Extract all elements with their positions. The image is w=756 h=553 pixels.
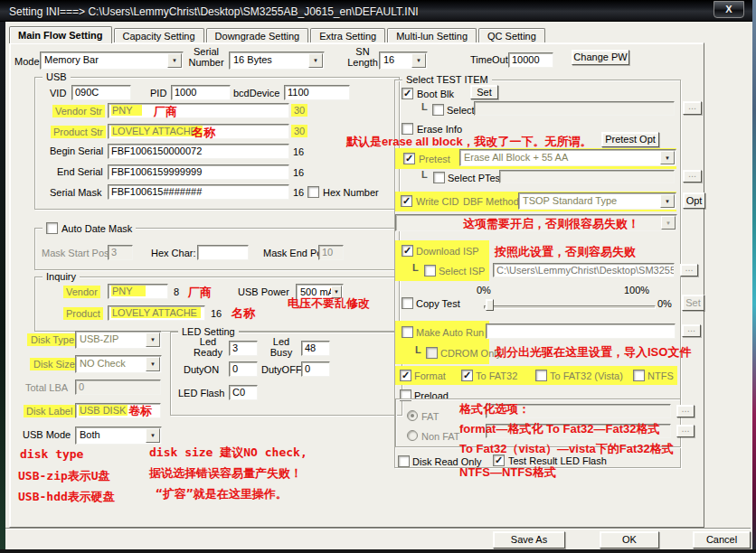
- mode-combobox[interactable]: Memory Bar▼: [40, 52, 184, 70]
- boot-blk-set-button[interactable]: Set: [470, 85, 498, 99]
- dropdown-arrow-icon[interactable]: ▼: [167, 53, 182, 68]
- sn-length-value: 16: [383, 54, 394, 65]
- tab-main-flow-setting[interactable]: Main Flow Setting: [9, 26, 112, 43]
- pretest-combobox[interactable]: Erase All Block + 55 AA▼: [459, 149, 676, 166]
- change-pw-button[interactable]: Change PW: [572, 50, 629, 65]
- mask-start-pos-input[interactable]: 3: [108, 245, 133, 260]
- disk-label-value: USB DISK: [79, 405, 128, 416]
- select-ptest-browse-button[interactable]: ...: [683, 170, 702, 183]
- preload-browse-button-2[interactable]: ...: [676, 425, 695, 437]
- usb-mode-combobox[interactable]: Both▼: [75, 426, 162, 445]
- inquiry-vendor-input[interactable]: PNY: [108, 284, 168, 299]
- dutyoff-input[interactable]: 0: [301, 361, 330, 377]
- led-ready-label: LedReady: [188, 336, 228, 358]
- pretest-opt-button[interactable]: Pretest Opt: [601, 132, 659, 147]
- serial-number-label: SerialNumber: [185, 46, 227, 68]
- inquiry-product-input[interactable]: LOVELY ATTACHE: [108, 305, 205, 321]
- total-lba-label: Total LBA: [25, 382, 68, 393]
- select-ptest-input[interactable]: [499, 170, 675, 183]
- copy-test-slider-track[interactable]: [484, 305, 656, 309]
- download-isp-checkbox[interactable]: [402, 245, 413, 257]
- close-button[interactable]: X: [713, 1, 744, 18]
- opt-button[interactable]: Opt: [683, 192, 705, 209]
- led-busy-label: LedBusy: [262, 336, 300, 358]
- bcddevice-label: bcdDevice: [233, 88, 279, 98]
- note-usb-zip: USB-zip表示U盘: [18, 468, 110, 484]
- select-isp-path-input[interactable]: C:\Users\LemmyChrist\Desktop\SM3255A: [493, 263, 675, 277]
- copy-test-checkbox[interactable]: [402, 297, 413, 309]
- make-auto-run-checkbox[interactable]: [402, 326, 413, 338]
- test-result-led-flash-checkbox[interactable]: [493, 455, 505, 466]
- to-fat32-vista-checkbox[interactable]: [535, 370, 547, 381]
- select-isp-browse-button[interactable]: ...: [680, 264, 698, 276]
- format-checkbox[interactable]: [400, 370, 411, 381]
- pretest-checkbox[interactable]: [403, 153, 415, 164]
- fat-radio[interactable]: [407, 410, 418, 421]
- dropdown-arrow-icon[interactable]: ▼: [411, 53, 426, 68]
- usb-power-label: USB Power: [238, 286, 289, 297]
- hex-char-input[interactable]: [197, 245, 249, 260]
- dropdown-arrow-icon[interactable]: ▼: [660, 151, 675, 164]
- pid-input[interactable]: 1000: [171, 85, 231, 100]
- dropdown-arrow-icon[interactable]: ▼: [146, 428, 160, 443]
- select-ptest-checkbox[interactable]: [433, 172, 445, 183]
- write-cid-checkbox[interactable]: [401, 195, 412, 207]
- dropdown-arrow-icon[interactable]: ▼: [146, 357, 160, 371]
- tab-extra-setting[interactable]: Extra Setting: [310, 28, 385, 43]
- fat-label: FAT: [421, 411, 439, 422]
- dropdown-arrow-icon[interactable]: ▼: [308, 53, 323, 68]
- dutyon-input[interactable]: 0: [229, 361, 258, 377]
- tab-downgrade-setting[interactable]: Downgrade Setting: [206, 28, 309, 43]
- dbf-method-combobox[interactable]: TSOP Standard Type▼: [518, 192, 676, 210]
- ok-button[interactable]: OK: [600, 531, 659, 548]
- hex-char-label: Hex Char:: [151, 248, 196, 258]
- make-auto-run-label: Make Auto Run: [416, 327, 484, 338]
- led-busy-input[interactable]: 48: [301, 341, 330, 356]
- cid-note: 这项需要开启，否则很容易失败！: [463, 216, 639, 232]
- vendor-str-input[interactable]: PNY: [108, 103, 289, 118]
- end-serial-input[interactable]: FBF1006159999999: [108, 164, 289, 180]
- ntfs-checkbox[interactable]: [633, 370, 645, 381]
- disk-type-combobox[interactable]: USB-ZIP▼: [75, 331, 162, 349]
- dropdown-arrow-icon[interactable]: ▼: [146, 333, 160, 347]
- cdrom-only-checkbox[interactable]: [426, 347, 438, 359]
- tab-qc-setting[interactable]: QC Setting: [478, 28, 545, 43]
- mask-end-pos-input[interactable]: 10: [318, 245, 344, 260]
- dbf-method-value: TSOP Standard Type: [523, 195, 617, 206]
- led-ready-input[interactable]: 3: [229, 341, 258, 356]
- make-auto-run-input[interactable]: [486, 323, 676, 339]
- boot-blk-select-checkbox[interactable]: [432, 104, 444, 116]
- boot-blk-checkbox[interactable]: [402, 88, 413, 99]
- non-fat-radio[interactable]: [407, 430, 418, 441]
- boot-blk-browse-button[interactable]: ...: [683, 101, 702, 115]
- save-as-button[interactable]: Save As: [493, 531, 565, 548]
- hex-number-checkbox[interactable]: [307, 186, 319, 198]
- serial-mask-input[interactable]: FBF100615#######: [108, 184, 289, 200]
- led-flash-input[interactable]: C0: [229, 385, 258, 400]
- boot-blk-select-input[interactable]: [474, 101, 675, 116]
- disk-size-combobox[interactable]: NO Check▼: [75, 355, 162, 373]
- begin-serial-input[interactable]: FBF1006150000072: [108, 144, 289, 159]
- auto-date-mask-checkbox[interactable]: [46, 222, 58, 234]
- sn-length-combobox[interactable]: 16▼: [379, 52, 428, 70]
- serial-number-combobox[interactable]: 16 Bytes▼: [229, 52, 325, 70]
- timeout-input[interactable]: 10000: [508, 52, 553, 68]
- copy-test-set-button[interactable]: Set: [682, 295, 704, 311]
- make-auto-run-browse-button[interactable]: ...: [682, 324, 701, 337]
- slider-value: 0%: [657, 298, 672, 309]
- inquiry-vendor-value: PNY: [111, 286, 146, 296]
- bcddevice-input[interactable]: 1100: [284, 85, 350, 100]
- cancel-button[interactable]: Cancel: [693, 531, 751, 548]
- inquiry-vendor-note: 厂商: [188, 285, 212, 301]
- disk-read-only-checkbox[interactable]: [398, 455, 410, 467]
- copy-test-slider-thumb[interactable]: [486, 299, 494, 311]
- total-lba-input[interactable]: 0: [75, 380, 161, 395]
- to-fat32-checkbox[interactable]: [461, 370, 473, 381]
- preload-browse-button-1[interactable]: ...: [676, 405, 695, 417]
- tab-capacity-setting[interactable]: Capacity Setting: [114, 28, 204, 43]
- pid-label: PID: [150, 88, 166, 98]
- dropdown-arrow-icon[interactable]: ▼: [660, 194, 675, 208]
- tab-multi-lun-setting[interactable]: Multi-lun Setting: [387, 28, 477, 43]
- vid-input[interactable]: 090C: [71, 85, 131, 100]
- select-isp-checkbox[interactable]: [424, 265, 436, 276]
